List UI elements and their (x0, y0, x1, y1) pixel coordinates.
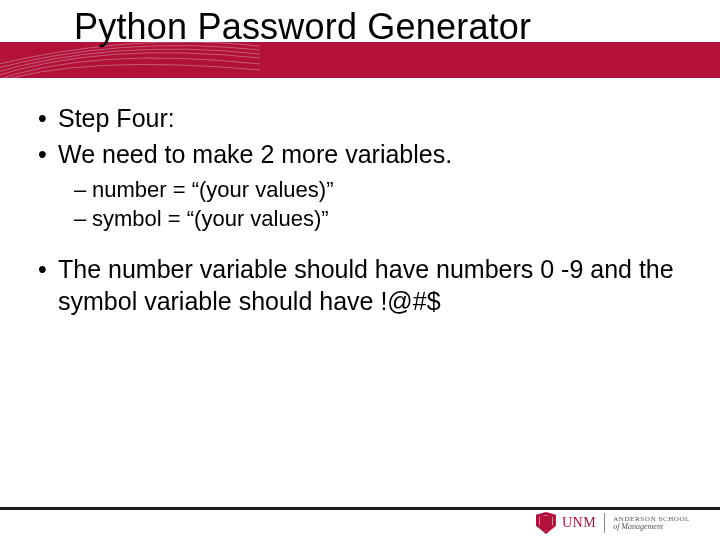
slide-content: • Step Four: • We need to make 2 more va… (0, 78, 720, 317)
sub-text: number = “(your values)” (92, 176, 333, 205)
logo-divider (604, 513, 605, 533)
slide-title: Python Password Generator (74, 6, 531, 48)
sub-marker: – (74, 176, 92, 205)
logo-mgmt-text: of Management (613, 523, 690, 531)
bullet-item: • The number variable should have number… (36, 253, 684, 317)
sub-item: – symbol = “(your values)” (74, 205, 684, 234)
bullet-item: • Step Four: (36, 102, 684, 134)
bullet-text: We need to make 2 more variables. (58, 138, 452, 170)
bullet-marker: • (36, 138, 58, 170)
logo-school-block: ANDERSON SCHOOL of Management (613, 516, 690, 531)
slide-footer-divider (0, 507, 720, 510)
bullet-marker: • (36, 253, 58, 317)
unm-logo: UNM ANDERSON SCHOOL of Management (536, 512, 690, 534)
bullet-text: The number variable should have numbers … (58, 253, 684, 317)
sub-marker: – (74, 205, 92, 234)
sub-item: – number = “(your values)” (74, 176, 684, 205)
sub-list: – number = “(your values)” – symbol = “(… (36, 176, 684, 233)
slide-header: Python Password Generator (0, 0, 720, 78)
logo-unm-text: UNM (562, 515, 596, 531)
bullet-marker: • (36, 102, 58, 134)
sub-text: symbol = “(your values)” (92, 205, 329, 234)
shield-icon (536, 512, 556, 534)
bullet-item: • We need to make 2 more variables. (36, 138, 684, 170)
bullet-text: Step Four: (58, 102, 175, 134)
